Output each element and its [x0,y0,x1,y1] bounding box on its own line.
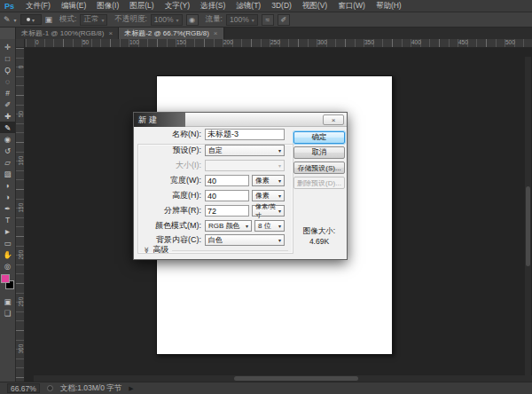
dodge-tool[interactable]: ◑ [0,191,15,202]
crop-tool[interactable]: # [0,87,15,98]
ruler-label: 450 [458,39,468,45]
tab-close-icon[interactable]: × [214,29,218,37]
blur-tool[interactable]: ◗ [0,179,15,191]
advanced-expander[interactable]: ≫ 高级 [143,244,288,256]
preset-label: 预设(P): [134,145,205,156]
ruler-label: 350 [364,39,374,45]
quick-selection-tool[interactable]: ◌ [0,75,15,87]
toolbox-tools: ✛□Ϙ◌#✐✚✎◉↺▱▨◗◑✒T►▭✋◎ [0,39,15,272]
size-label: 大小(I): [134,160,205,171]
menu-bar: Ps 文件(F)编辑(E)图像(I)图层(L)文字(Y)选择(S)滤镜(T)3D… [0,0,532,12]
menu-layer[interactable]: 图层(L) [124,1,159,12]
airbrush-icon[interactable]: ≈ [262,14,274,26]
tab-title: 未标题-1 @ 100%(RGB/8) [21,28,104,38]
cancel-button[interactable]: 取消 [293,146,345,159]
opacity-dropdown[interactable]: 100% ▾ [151,14,183,26]
scrollbar-thumb[interactable] [526,186,530,266]
flow-dropdown[interactable]: 100% ▾ [226,14,258,26]
menu-edit[interactable]: 编辑(E) [56,1,91,12]
chevron-down-icon: ▾ [246,223,248,229]
path-selection-tool[interactable]: ► [0,225,15,237]
brush-tip-icon [27,18,30,21]
brush-tool[interactable]: ✎ [0,122,15,133]
height-unit-value: 像素 [255,191,270,201]
menu-filter[interactable]: 滤镜(T) [231,1,266,12]
document-tab[interactable]: 未标题-2 @ 66.7%(RGB/8)× [119,28,223,39]
dialog-titlebar[interactable]: 新建 × [134,113,347,127]
toolbox: ✛□Ϙ◌#✐✚✎◉↺▱▨◗◑✒T►▭✋◎ ▣ ❏ [0,39,16,382]
divider [172,250,288,251]
foreground-color-swatch[interactable] [1,274,10,283]
chevron-down-icon: ▾ [278,237,281,243]
bit-depth-value: 8 位 [258,221,271,231]
ok-button[interactable]: 确定 [293,131,345,144]
menu-type[interactable]: 文字(Y) [160,1,195,12]
menu-view[interactable]: 视图(V) [297,1,332,12]
chevron-down-icon[interactable]: ▾ [14,17,17,23]
color-mode-value: RGB 颜色 [208,221,240,231]
color-mode-dropdown[interactable]: RGB 颜色 ▾ [205,220,252,232]
name-field[interactable] [205,129,285,140]
resolution-field[interactable] [205,205,249,217]
brush-tool-icon[interactable]: ✎ [4,14,11,26]
ruler-label: 0 [18,63,24,72]
status-expand-arrow[interactable]: ▶ [129,385,133,392]
resolution-unit-dropdown[interactable]: 像素/英寸 ▾ [252,205,285,217]
chevron-down-icon: ▾ [176,17,179,23]
horizontal-scrollbar[interactable] [34,375,532,382]
brush-panel-toggle-icon[interactable]: ▣ [45,14,53,26]
gradient-tool[interactable]: ▨ [0,168,15,179]
menu-file[interactable]: 文件(F) [20,1,56,12]
ruler-label: 0 [35,39,39,45]
mode-value: 正常 [83,14,98,25]
chevron-down-icon: ▾ [278,177,281,184]
ruler-label: 250 [18,298,24,307]
ruler-label: 50 [18,110,24,119]
width-field[interactable] [205,175,249,186]
document-size-info: 文档:1.03M/0 字节 [60,383,121,394]
height-field[interactable] [205,190,249,201]
new-document-dialog: 新建 × 名称(N): 预设(P): 自定 ▾ 大小(I): ▾ [133,112,348,260]
pen-tool[interactable]: ✒ [0,202,15,214]
move-tool[interactable]: ✛ [0,41,15,52]
brush-preset-picker[interactable]: ▾ [20,14,42,25]
ruler-horizontal: 050100150200250300350400450500 [16,39,532,48]
menu-image[interactable]: 图像(I) [91,1,124,12]
toolbox-collapse-button[interactable] [0,28,16,39]
zoom-tool[interactable]: ◎ [0,260,15,272]
clone-stamp-tool[interactable]: ◉ [0,133,15,145]
ruler-label: 500 [505,39,515,45]
shape-tool[interactable]: ▭ [0,237,15,248]
hand-tool[interactable]: ✋ [0,248,15,260]
tab-close-icon[interactable]: × [108,29,113,37]
history-brush-tool[interactable]: ↺ [0,145,15,156]
close-icon[interactable]: × [323,114,344,125]
menu-select[interactable]: 选择(S) [195,1,231,12]
lasso-tool[interactable]: Ϙ [0,64,15,75]
healing-brush-tool[interactable]: ✚ [0,110,15,122]
document-tab[interactable]: 未标题-1 @ 100%(RGB/8)× [16,28,119,39]
pressure-opacity-icon[interactable]: ◉ [186,14,199,26]
preset-dropdown[interactable]: 自定 ▾ [205,145,285,156]
marquee-tool[interactable]: □ [0,52,15,64]
menu-window[interactable]: 窗口(W) [332,1,371,12]
quick-mask-button[interactable]: ▣ [0,296,15,307]
type-tool[interactable]: T [0,214,15,225]
ruler-corner [16,39,25,48]
bit-depth-dropdown[interactable]: 8 位 ▾ [254,220,285,232]
screen-mode-button[interactable]: ❏ [0,307,15,319]
resolution-label: 分辨率(R): [134,205,205,217]
menu-3d[interactable]: 3D(D) [266,1,297,12]
eyedropper-tool[interactable]: ✐ [0,98,15,110]
save-preset-button[interactable]: 存储预设(S)... [293,162,345,174]
width-unit-dropdown[interactable]: 像素 ▾ [252,175,285,186]
menu-help[interactable]: 帮助(H) [371,1,407,12]
vertical-scrollbar[interactable] [525,57,531,382]
height-unit-dropdown[interactable]: 像素 ▾ [252,190,285,201]
pressure-size-icon[interactable]: ✐ [278,14,290,26]
preset-value: 自定 [208,146,223,155]
eraser-tool[interactable]: ▱ [0,156,15,168]
mode-dropdown[interactable]: 正常 ▾ [80,14,107,26]
zoom-level-field[interactable]: 66.67% [7,383,40,393]
scrollbar-thumb[interactable] [234,376,358,381]
